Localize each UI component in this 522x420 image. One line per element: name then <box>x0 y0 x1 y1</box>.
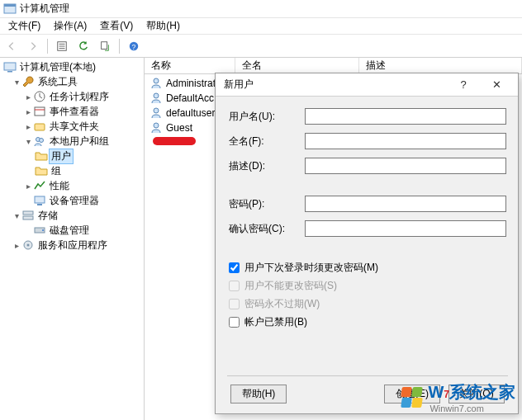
toolbar-separator <box>119 39 120 54</box>
username-label: 用户名(U): <box>229 110 305 124</box>
help-button[interactable]: ? <box>124 37 144 55</box>
tree-local-users[interactable]: ▾ 本地用户和组 <box>0 134 144 149</box>
menu-help[interactable]: 帮助(H) <box>141 17 185 35</box>
description-label: 描述(D): <box>229 159 305 173</box>
field-description: 描述(D): <box>229 158 506 174</box>
refresh-button[interactable] <box>74 37 93 55</box>
disk-icon <box>33 224 46 237</box>
password-input[interactable] <box>305 196 506 212</box>
check-must-change[interactable]: 用户下次登录时须更改密码(M) <box>229 258 506 276</box>
tree-services-apps[interactable]: ▸ 服务和应用程序 <box>0 238 144 252</box>
col-name[interactable]: 名称 <box>145 58 235 73</box>
col-desc[interactable]: 描述 <box>359 58 522 73</box>
close-button[interactable]: 关闭(O) <box>448 385 505 403</box>
menu-file[interactable]: 文件(F) <box>3 17 45 35</box>
svg-rect-14 <box>35 124 45 130</box>
help-button[interactable]: 帮助(H) <box>230 385 287 403</box>
tree-device-manager[interactable]: 设备管理器 <box>0 193 144 208</box>
tree-storage[interactable]: ▾ 存储 <box>0 208 144 223</box>
tree-root[interactable]: 计算机管理(本地) <box>0 59 144 74</box>
help-icon[interactable]: ? <box>447 74 480 96</box>
tree-label: 计算机管理(本地) <box>18 60 97 74</box>
username-input[interactable] <box>305 108 506 125</box>
storage-icon <box>21 209 35 222</box>
tree-shared-folders[interactable]: ▸ 共享文件夹 <box>0 119 144 134</box>
expand-icon[interactable]: ▸ <box>23 92 33 101</box>
svg-rect-10 <box>7 71 12 73</box>
tree-label: 系统工具 <box>36 75 79 89</box>
share-icon <box>33 120 46 133</box>
tree-event-viewer[interactable]: ▸ 事件查看器 <box>0 104 144 119</box>
expand-icon[interactable]: ▸ <box>23 107 33 116</box>
tree-performance[interactable]: ▸ 性能 <box>0 178 144 193</box>
tree-label: 本地用户和组 <box>48 134 111 149</box>
expand-icon[interactable]: ▸ <box>23 182 33 191</box>
toolbar-separator <box>47 39 48 54</box>
expand-icon[interactable]: ▸ <box>12 241 21 250</box>
dialog-body: 用户名(U): 全名(F): 描述(D): 密码(P): 确认密码(C): 用户… <box>216 97 518 413</box>
never-expires-label: 密码永不过期(W) <box>244 297 320 311</box>
collapse-icon[interactable]: ▾ <box>12 78 21 87</box>
computer-icon <box>3 60 17 73</box>
properties-button[interactable] <box>52 37 72 55</box>
svg-rect-9 <box>4 63 16 70</box>
tree-label: 性能 <box>48 179 71 193</box>
export-button[interactable] <box>95 37 115 55</box>
fullname-input[interactable] <box>305 133 506 149</box>
check-never-expires: 密码永不过期(W) <box>229 295 506 313</box>
tree-disk-mgmt[interactable]: 磁盘管理 <box>0 223 144 238</box>
account-disabled-checkbox[interactable] <box>229 317 240 328</box>
tree-task-scheduler[interactable]: ▸ 任务计划程序 <box>0 89 144 104</box>
tree-system-tools[interactable]: ▾ 系统工具 <box>0 74 144 89</box>
description-input[interactable] <box>305 158 506 174</box>
menu-view[interactable]: 查看(V) <box>95 17 138 35</box>
new-user-dialog: 新用户 ? ✕ 用户名(U): 全名(F): 描述(D): 密码(P): 确认密… <box>215 73 519 414</box>
field-username: 用户名(U): <box>229 108 506 125</box>
user-icon <box>149 92 163 105</box>
svg-rect-12 <box>35 107 45 116</box>
create-button[interactable]: 创建(E) <box>384 385 440 403</box>
fullname-label: 全名(F): <box>229 134 305 149</box>
tree-groups[interactable]: 组 <box>0 163 144 178</box>
svg-rect-17 <box>35 196 45 203</box>
window-titlebar: 计算机管理 <box>0 0 522 18</box>
tree-label: 设备管理器 <box>48 194 101 208</box>
svg-point-27 <box>154 108 159 113</box>
list-item-name: Guest <box>166 122 192 134</box>
check-account-disabled[interactable]: 帐户已禁用(B) <box>229 313 506 331</box>
menu-action[interactable]: 操作(A) <box>49 17 92 35</box>
expand-icon[interactable]: ▸ <box>23 122 33 131</box>
confirm-password-input[interactable] <box>305 220 506 237</box>
collapse-icon[interactable]: ▾ <box>12 211 21 220</box>
nav-forward-button[interactable] <box>23 37 43 55</box>
user-icon <box>149 121 163 134</box>
tree-label: 磁盘管理 <box>48 224 91 238</box>
must-change-checkbox[interactable] <box>229 262 240 273</box>
svg-point-26 <box>154 93 159 98</box>
clock-icon <box>33 90 46 103</box>
svg-rect-6 <box>102 41 107 49</box>
device-icon <box>33 194 46 207</box>
col-fullname[interactable]: 全名 <box>235 58 359 73</box>
nav-tree[interactable]: 计算机管理(本地) ▾ 系统工具 ▸ 任务计划程序 ▸ 事件查看器 ▸ 共享文件… <box>0 58 145 420</box>
check-cannot-change: 用户不能更改密码(S) <box>229 276 506 295</box>
event-icon <box>33 105 46 118</box>
users-icon <box>33 134 46 148</box>
list-item-name: DefaultAcc... <box>166 92 222 104</box>
dialog-button-row: 帮助(H) 创建(E) 关闭(O) <box>229 385 506 408</box>
tree-label: 任务计划程序 <box>48 90 111 104</box>
svg-rect-1 <box>4 4 16 7</box>
close-icon[interactable]: ✕ <box>480 74 513 96</box>
cannot-change-label: 用户不能更改密码(S) <box>244 279 337 293</box>
app-icon <box>3 2 17 16</box>
nav-back-button[interactable] <box>2 37 21 55</box>
field-password: 密码(P): <box>229 196 506 212</box>
dialog-titlebar[interactable]: 新用户 ? ✕ <box>216 73 518 97</box>
toolbar: ? <box>0 35 522 58</box>
tree-label: 服务和应用程序 <box>36 238 109 252</box>
window-title: 计算机管理 <box>20 2 69 16</box>
tree-users[interactable]: 用户 <box>0 149 144 163</box>
folder-icon <box>35 164 48 177</box>
collapse-icon[interactable]: ▾ <box>23 137 33 146</box>
wrench-icon <box>21 75 35 88</box>
